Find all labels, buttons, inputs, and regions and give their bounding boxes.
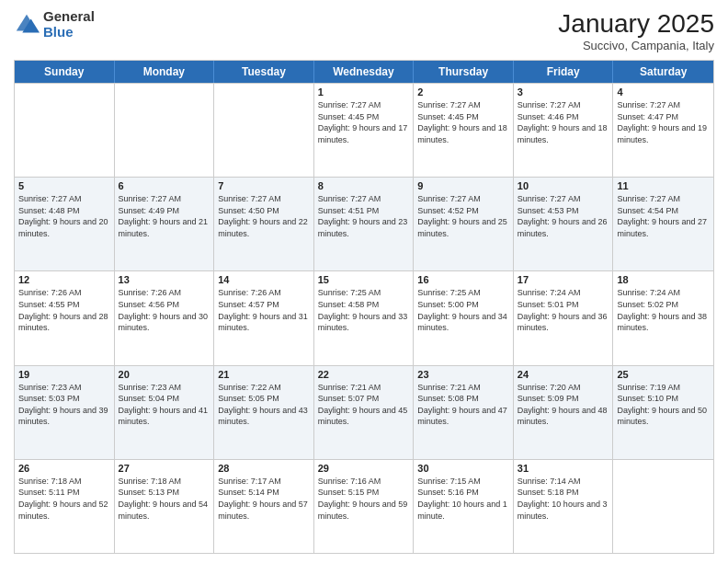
cal-cell-day-27: 27Sunrise: 7:18 AM Sunset: 5:13 PM Dayli… [115, 460, 215, 553]
cal-cell-day-14: 14Sunrise: 7:26 AM Sunset: 4:57 PM Dayli… [214, 271, 314, 364]
cal-week-5: 26Sunrise: 7:18 AM Sunset: 5:11 PM Dayli… [15, 459, 713, 553]
cell-sun-info: Sunrise: 7:24 AM Sunset: 5:01 PM Dayligh… [518, 287, 609, 333]
cal-cell-day-1: 1Sunrise: 7:27 AM Sunset: 4:45 PM Daylig… [314, 84, 415, 177]
cell-sun-info: Sunrise: 7:14 AM Sunset: 5:18 PM Dayligh… [518, 476, 609, 522]
day-number: 14 [218, 274, 310, 285]
cell-sun-info: Sunrise: 7:23 AM Sunset: 5:03 PM Dayligh… [18, 382, 110, 428]
cal-cell-day-17: 17Sunrise: 7:24 AM Sunset: 5:01 PM Dayli… [514, 271, 614, 364]
day-number: 25 [617, 369, 710, 380]
cal-week-3: 12Sunrise: 7:26 AM Sunset: 4:55 PM Dayli… [15, 270, 713, 364]
cal-cell-day-25: 25Sunrise: 7:19 AM Sunset: 5:10 PM Dayli… [613, 366, 713, 459]
cal-cell-day-7: 7Sunrise: 7:27 AM Sunset: 4:50 PM Daylig… [214, 178, 314, 270]
cal-cell-day-29: 29Sunrise: 7:16 AM Sunset: 5:15 PM Dayli… [314, 460, 415, 553]
cal-cell-day-3: 3Sunrise: 7:27 AM Sunset: 4:46 PM Daylig… [514, 84, 614, 177]
cal-cell-day-4: 4Sunrise: 7:27 AM Sunset: 4:47 PM Daylig… [613, 84, 713, 177]
cell-sun-info: Sunrise: 7:27 AM Sunset: 4:48 PM Dayligh… [18, 193, 110, 239]
day-number: 4 [617, 86, 710, 98]
cal-cell-day-6: 6Sunrise: 7:27 AM Sunset: 4:49 PM Daylig… [115, 178, 215, 270]
calendar: SundayMondayTuesdayWednesdayThursdayFrid… [14, 60, 714, 554]
day-number: 22 [318, 369, 410, 380]
cal-cell-day-20: 20Sunrise: 7:23 AM Sunset: 5:04 PM Dayli… [115, 366, 215, 459]
cal-cell-day-30: 30Sunrise: 7:15 AM Sunset: 5:16 PM Dayli… [414, 460, 514, 553]
calendar-header: SundayMondayTuesdayWednesdayThursdayFrid… [15, 61, 713, 83]
cell-sun-info: Sunrise: 7:20 AM Sunset: 5:09 PM Dayligh… [518, 382, 609, 428]
day-number: 21 [218, 369, 310, 380]
cell-sun-info: Sunrise: 7:21 AM Sunset: 5:07 PM Dayligh… [318, 382, 410, 428]
calendar-body: 1Sunrise: 7:27 AM Sunset: 4:45 PM Daylig… [15, 83, 713, 553]
day-number: 16 [417, 274, 509, 285]
page-header: General Blue January 2025 Succivo, Campa… [14, 9, 714, 52]
cell-sun-info: Sunrise: 7:27 AM Sunset: 4:49 PM Dayligh… [119, 193, 210, 239]
cell-sun-info: Sunrise: 7:27 AM Sunset: 4:45 PM Dayligh… [318, 99, 410, 145]
cal-cell-day-24: 24Sunrise: 7:20 AM Sunset: 5:09 PM Dayli… [514, 366, 614, 459]
day-number: 18 [617, 274, 710, 285]
cell-sun-info: Sunrise: 7:27 AM Sunset: 4:45 PM Dayligh… [417, 99, 509, 145]
cal-cell-day-9: 9Sunrise: 7:27 AM Sunset: 4:52 PM Daylig… [414, 178, 514, 270]
cell-sun-info: Sunrise: 7:23 AM Sunset: 5:04 PM Dayligh… [119, 382, 210, 428]
day-number: 6 [119, 180, 210, 191]
cell-sun-info: Sunrise: 7:27 AM Sunset: 4:54 PM Dayligh… [617, 193, 710, 239]
header-day-wednesday: Wednesday [314, 61, 415, 83]
cal-cell-day-10: 10Sunrise: 7:27 AM Sunset: 4:53 PM Dayli… [514, 178, 614, 270]
cell-sun-info: Sunrise: 7:27 AM Sunset: 4:52 PM Dayligh… [417, 193, 509, 239]
day-number: 17 [518, 274, 609, 285]
cal-cell-empty [15, 84, 115, 177]
cell-sun-info: Sunrise: 7:17 AM Sunset: 5:14 PM Dayligh… [218, 476, 310, 522]
day-number: 8 [318, 180, 410, 191]
day-number: 10 [518, 180, 609, 191]
day-number: 29 [318, 463, 410, 474]
cal-cell-day-31: 31Sunrise: 7:14 AM Sunset: 5:18 PM Dayli… [514, 460, 614, 553]
cal-cell-empty [214, 84, 314, 177]
cell-sun-info: Sunrise: 7:18 AM Sunset: 5:13 PM Dayligh… [119, 476, 210, 522]
day-number: 15 [318, 274, 410, 285]
cal-cell-day-21: 21Sunrise: 7:22 AM Sunset: 5:05 PM Dayli… [214, 366, 314, 459]
day-number: 27 [119, 463, 210, 474]
cell-sun-info: Sunrise: 7:27 AM Sunset: 4:51 PM Dayligh… [318, 193, 410, 239]
cal-cell-day-26: 26Sunrise: 7:18 AM Sunset: 5:11 PM Dayli… [15, 460, 115, 553]
day-number: 2 [417, 86, 509, 98]
cell-sun-info: Sunrise: 7:16 AM Sunset: 5:15 PM Dayligh… [318, 476, 410, 522]
cell-sun-info: Sunrise: 7:26 AM Sunset: 4:57 PM Dayligh… [218, 287, 310, 333]
day-number: 19 [18, 369, 110, 380]
day-number: 12 [18, 274, 110, 285]
header-day-sunday: Sunday [15, 61, 115, 83]
cell-sun-info: Sunrise: 7:15 AM Sunset: 5:16 PM Dayligh… [417, 476, 509, 522]
logo: General Blue [14, 9, 95, 40]
cal-cell-day-16: 16Sunrise: 7:25 AM Sunset: 5:00 PM Dayli… [414, 271, 514, 364]
cell-sun-info: Sunrise: 7:18 AM Sunset: 5:11 PM Dayligh… [18, 476, 110, 522]
cell-sun-info: Sunrise: 7:24 AM Sunset: 5:02 PM Dayligh… [617, 287, 710, 333]
header-day-saturday: Saturday [613, 61, 713, 83]
header-day-friday: Friday [514, 61, 614, 83]
day-number: 23 [417, 369, 509, 380]
location: Succivo, Campania, Italy [558, 39, 714, 52]
cell-sun-info: Sunrise: 7:27 AM Sunset: 4:50 PM Dayligh… [218, 193, 310, 239]
cell-sun-info: Sunrise: 7:25 AM Sunset: 4:58 PM Dayligh… [318, 287, 410, 333]
cal-cell-day-19: 19Sunrise: 7:23 AM Sunset: 5:03 PM Dayli… [15, 366, 115, 459]
cal-week-2: 5Sunrise: 7:27 AM Sunset: 4:48 PM Daylig… [15, 177, 713, 270]
cal-cell-day-8: 8Sunrise: 7:27 AM Sunset: 4:51 PM Daylig… [314, 178, 415, 270]
day-number: 28 [218, 463, 310, 474]
cell-sun-info: Sunrise: 7:22 AM Sunset: 5:05 PM Dayligh… [218, 382, 310, 428]
cell-sun-info: Sunrise: 7:27 AM Sunset: 4:53 PM Dayligh… [518, 193, 609, 239]
day-number: 13 [119, 274, 210, 285]
cal-week-1: 1Sunrise: 7:27 AM Sunset: 4:45 PM Daylig… [15, 83, 713, 177]
day-number: 9 [417, 180, 509, 191]
day-number: 30 [417, 463, 509, 474]
day-number: 24 [518, 369, 609, 380]
header-day-monday: Monday [115, 61, 215, 83]
day-number: 20 [119, 369, 210, 380]
cell-sun-info: Sunrise: 7:27 AM Sunset: 4:46 PM Dayligh… [518, 99, 609, 145]
month-title: January 2025 [558, 9, 714, 39]
cell-sun-info: Sunrise: 7:27 AM Sunset: 4:47 PM Dayligh… [617, 99, 710, 145]
cal-cell-empty [115, 84, 215, 177]
cell-sun-info: Sunrise: 7:25 AM Sunset: 5:00 PM Dayligh… [417, 287, 509, 333]
logo-general: General [43, 9, 95, 25]
day-number: 7 [218, 180, 310, 191]
cal-cell-day-23: 23Sunrise: 7:21 AM Sunset: 5:08 PM Dayli… [414, 366, 514, 459]
cell-sun-info: Sunrise: 7:26 AM Sunset: 4:55 PM Dayligh… [18, 287, 110, 333]
day-number: 5 [18, 180, 110, 191]
cal-cell-day-5: 5Sunrise: 7:27 AM Sunset: 4:48 PM Daylig… [15, 178, 115, 270]
cal-cell-day-15: 15Sunrise: 7:25 AM Sunset: 4:58 PM Dayli… [314, 271, 415, 364]
title-block: January 2025 Succivo, Campania, Italy [558, 9, 714, 52]
header-day-thursday: Thursday [414, 61, 514, 83]
